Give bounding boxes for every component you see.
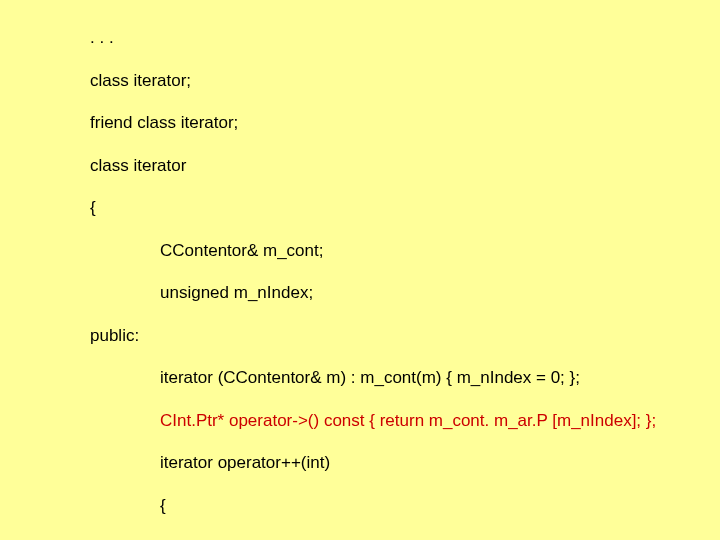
code-block: . . . class iterator; friend class itera… xyxy=(10,6,710,540)
code-line: { xyxy=(10,495,710,516)
code-line: class iterator; xyxy=(10,70,710,91)
code-line: public: xyxy=(10,325,710,346)
code-line: CContentor& m_cont; xyxy=(10,240,710,261)
code-line: { xyxy=(10,197,710,218)
code-line-highlighted: CInt.Ptr* operator->() const { return m_… xyxy=(10,410,710,431)
code-line: unsigned m_nIndex; xyxy=(10,282,710,303)
code-line: iterator operator++(int) xyxy=(10,452,710,473)
code-line: friend class iterator; xyxy=(10,112,710,133)
code-line: iterator (CContentor& m) : m_cont(m) { m… xyxy=(10,367,710,388)
code-line: class iterator xyxy=(10,155,710,176)
code-line: . . . xyxy=(10,27,710,48)
